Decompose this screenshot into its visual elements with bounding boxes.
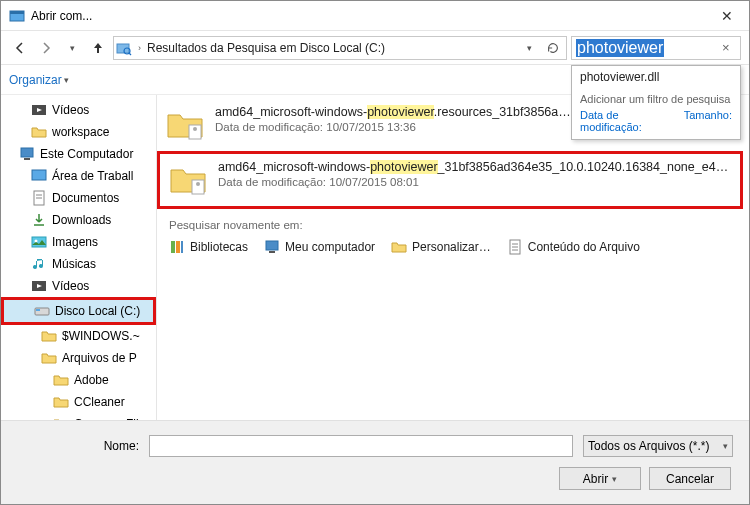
tree-program-files[interactable]: Arquivos de P	[1, 347, 156, 369]
address-dropdown[interactable]: ▾	[518, 37, 540, 59]
filter-size[interactable]: Tamanho:	[684, 109, 732, 133]
split-chevron-icon: ▾	[612, 474, 617, 484]
filename-input[interactable]	[149, 435, 573, 457]
navbar: ▾ › Resultados da Pesquisa em Disco Loca…	[1, 31, 749, 65]
search-file-contents[interactable]: Conteúdo do Arquivo	[507, 239, 640, 255]
tree-workspace[interactable]: workspace	[1, 121, 156, 143]
organize-menu[interactable]: Organizar ▾	[9, 73, 69, 87]
body: Vídeos workspace Este Computador Área de…	[1, 95, 749, 420]
svg-rect-34	[269, 251, 275, 253]
svg-rect-20	[32, 237, 46, 247]
organize-label: Organizar	[9, 73, 62, 87]
search-folder-icon	[116, 40, 132, 56]
tree-adobe[interactable]: Adobe	[1, 369, 156, 391]
tree-videos[interactable]: Vídeos	[1, 99, 156, 121]
svg-point-27	[193, 127, 197, 131]
titlebar: Abrir com... ✕	[1, 1, 749, 31]
svg-rect-15	[32, 170, 46, 180]
refresh-button[interactable]	[542, 37, 564, 59]
tree-images[interactable]: Imagens	[1, 231, 156, 253]
close-button[interactable]: ✕	[707, 2, 747, 30]
suggestion-filters-header: Adicionar um filtro de pesquisa	[572, 88, 740, 107]
svg-rect-32	[181, 241, 183, 253]
tree-windows-hidden[interactable]: $WINDOWS.~	[1, 325, 156, 347]
results-pane: amd64_microsoft-windows-photoviewer.reso…	[157, 95, 749, 420]
svg-rect-31	[176, 241, 180, 253]
svg-rect-25	[36, 309, 40, 311]
search-box[interactable]: photoviewer ×	[571, 36, 741, 60]
tree-videos2[interactable]: Vídeos	[1, 275, 156, 297]
cancel-button[interactable]: Cancelar	[649, 467, 731, 490]
svg-rect-13	[21, 148, 33, 157]
clear-search-button[interactable]: ×	[722, 40, 736, 55]
window-title: Abrir com...	[31, 9, 707, 23]
filter-date[interactable]: Data de modificação:	[580, 109, 678, 133]
tree-disk-c[interactable]: Disco Local (C:)	[4, 300, 153, 322]
search-input[interactable]: photoviewer	[576, 39, 664, 57]
footer: Nome: Todos os Arquivos (*.*)▾ Abrir ▾ C…	[1, 420, 749, 504]
up-button[interactable]	[87, 37, 109, 59]
tree-ccleaner[interactable]: CCleaner	[1, 391, 156, 413]
tree-this-pc[interactable]: Este Computador	[1, 143, 156, 165]
search-suggestions: photoviewer.dll Adicionar um filtro de p…	[571, 65, 741, 140]
tree-documents[interactable]: Documentos	[1, 187, 156, 209]
breadcrumb[interactable]: Resultados da Pesquisa em Disco Local (C…	[147, 41, 512, 55]
file-type-select[interactable]: Todos os Arquivos (*.*)▾	[583, 435, 733, 457]
address-bar[interactable]: › Resultados da Pesquisa em Disco Local …	[113, 36, 567, 60]
search-again-locations: Bibliotecas Meu computador Personalizar……	[157, 235, 743, 259]
svg-point-29	[196, 182, 200, 186]
filename-label: Nome:	[17, 439, 139, 453]
back-button[interactable]	[9, 37, 31, 59]
tree-music[interactable]: Músicas	[1, 253, 156, 275]
svg-rect-30	[171, 241, 175, 253]
highlight-disk-c: Disco Local (C:)	[1, 297, 156, 325]
app-icon	[9, 8, 25, 24]
tree-common-files[interactable]: Common Fil	[1, 413, 156, 420]
search-libraries[interactable]: Bibliotecas	[169, 239, 248, 255]
suggestion-item[interactable]: photoviewer.dll	[572, 66, 740, 88]
chevron-down-icon: ▾	[723, 441, 728, 451]
svg-rect-33	[266, 241, 278, 250]
svg-line-4	[129, 53, 131, 55]
result-title: amd64_microsoft-windows-photoviewer_31bf…	[218, 160, 732, 174]
folder-icon	[168, 160, 208, 200]
result-meta: Data de modificação: 10/07/2015 08:01	[218, 176, 732, 188]
search-my-computer[interactable]: Meu computador	[264, 239, 375, 255]
open-dialog: Abrir com... ✕ ▾ › Resultados da Pesquis…	[0, 0, 750, 505]
svg-rect-14	[24, 158, 30, 160]
open-button[interactable]: Abrir ▾	[559, 467, 641, 490]
search-again-label: Pesquisar novamente em:	[157, 209, 743, 235]
chevron-right-icon: ›	[138, 43, 141, 53]
svg-rect-1	[10, 11, 24, 14]
tree-downloads[interactable]: Downloads	[1, 209, 156, 231]
recent-dropdown[interactable]: ▾	[61, 37, 83, 59]
result-row-highlighted[interactable]: amd64_microsoft-windows-photoviewer_31bf…	[157, 151, 743, 209]
tree-desktop[interactable]: Área de Traball	[1, 165, 156, 187]
sidebar: Vídeos workspace Este Computador Área de…	[1, 95, 157, 420]
chevron-down-icon: ▾	[64, 75, 69, 85]
search-custom[interactable]: Personalizar…	[391, 239, 491, 255]
folder-icon	[165, 105, 205, 145]
forward-button[interactable]	[35, 37, 57, 59]
